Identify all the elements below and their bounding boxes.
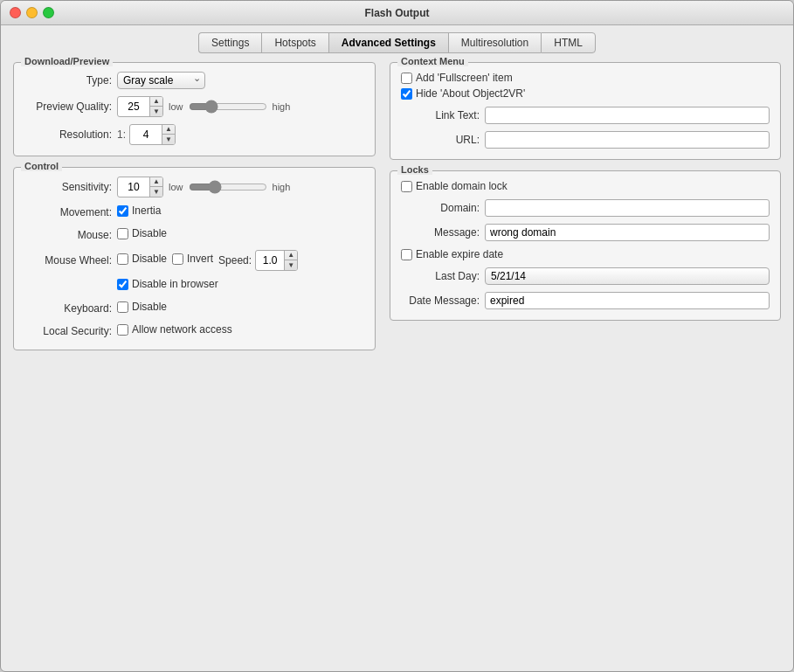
keyboard-disable-label: Disable xyxy=(132,301,167,313)
sensitivity-row: Sensitivity: ▲ ▼ low high xyxy=(24,177,364,197)
resolution-row: Resolution: 1: ▲ ▼ xyxy=(24,124,364,145)
url-input[interactable] xyxy=(485,131,770,149)
wheel-invert-label: Invert xyxy=(187,253,213,265)
control-group: Control Sensitivity: ▲ ▼ low high xyxy=(13,167,376,350)
close-button[interactable] xyxy=(10,7,21,18)
allow-network-label: Allow network access xyxy=(132,323,232,336)
message-input[interactable] xyxy=(485,224,770,241)
message-label: Message: xyxy=(401,226,480,239)
tab-settings[interactable]: Settings xyxy=(198,32,261,53)
mouse-row: Mouse: Disable xyxy=(24,227,364,243)
tab-advanced-settings[interactable]: Advanced Settings xyxy=(328,32,448,53)
inertia-row: Inertia xyxy=(117,204,161,217)
left-panel: Download/Preview Type: Gray scale Color … xyxy=(13,62,376,662)
quality-high-label: high xyxy=(273,101,291,112)
enable-domain-label: Enable domain lock xyxy=(416,180,507,192)
control-group-label: Control xyxy=(21,161,62,171)
maximize-button[interactable] xyxy=(43,7,54,18)
type-select-wrapper: Gray scale Color Black & White xyxy=(117,72,205,89)
type-row: Type: Gray scale Color Black & White xyxy=(24,72,364,89)
inertia-checkbox[interactable] xyxy=(117,205,128,217)
enable-expire-checkbox[interactable] xyxy=(401,249,412,260)
add-fullscreen-checkbox[interactable] xyxy=(401,73,412,84)
date-message-label: Date Message: xyxy=(401,294,480,307)
mouse-label: Mouse: xyxy=(24,229,112,241)
sensitivity-stepper: ▲ ▼ xyxy=(149,177,162,197)
add-fullscreen-row: Add 'Fullscreen' item xyxy=(401,72,770,84)
enable-domain-checkbox[interactable] xyxy=(401,181,412,192)
movement-label: Movement: xyxy=(24,206,112,218)
preview-quality-input[interactable]: 25 xyxy=(118,99,149,114)
link-text-input[interactable] xyxy=(485,107,770,124)
type-select[interactable]: Gray scale Color Black & White xyxy=(117,72,205,89)
hide-about-label: Hide 'About Object2VR' xyxy=(416,87,525,100)
keyboard-disable-checkbox[interactable] xyxy=(117,301,128,313)
hide-about-checkbox[interactable] xyxy=(401,88,412,100)
speed-group: Speed: ▲ ▼ xyxy=(218,250,298,271)
url-row: URL: xyxy=(401,131,770,149)
link-text-label: Link Text: xyxy=(401,109,480,121)
allow-network-row: Allow network access xyxy=(117,323,232,336)
local-security-label: Local Security: xyxy=(24,325,112,337)
mouse-wheel-row: Mouse Wheel: Disable Invert Speed: xyxy=(24,250,364,271)
quality-slider[interactable] xyxy=(189,100,267,114)
tab-hotspots[interactable]: Hotspots xyxy=(261,32,328,53)
disable-browser-row: Disable in browser xyxy=(117,278,364,294)
preview-quality-down[interactable]: ▼ xyxy=(150,107,162,116)
last-day-label: Last Day: xyxy=(401,270,480,282)
disable-browser-label: Disable in browser xyxy=(132,278,218,290)
minimize-button[interactable] xyxy=(26,7,38,18)
download-preview-group: Download/Preview Type: Gray scale Color … xyxy=(13,62,376,156)
domain-label: Domain: xyxy=(401,202,480,214)
sensitivity-input[interactable] xyxy=(118,179,149,195)
titlebar-buttons xyxy=(10,7,54,18)
keyboard-label: Keyboard: xyxy=(24,302,112,315)
disable-browser-checkbox[interactable] xyxy=(117,279,128,290)
res-prefix: 1: xyxy=(117,128,126,141)
url-label: URL: xyxy=(401,134,480,146)
sensitivity-slider[interactable] xyxy=(189,180,267,194)
resolution-label: Resolution: xyxy=(24,128,112,141)
sensitivity-high-label: high xyxy=(273,182,291,192)
resolution-stepper: ▲ ▼ xyxy=(162,125,175,144)
preview-quality-stepper: ▲ ▼ xyxy=(149,97,162,116)
date-message-input[interactable] xyxy=(485,292,770,309)
resolution-down[interactable]: ▼ xyxy=(162,135,175,144)
wheel-disable-row: Disable xyxy=(117,253,167,265)
wheel-disable-checkbox[interactable] xyxy=(117,253,128,265)
preview-quality-row: Preview Quality: 25 ▲ ▼ low high xyxy=(24,96,364,117)
resolution-input-group: ▲ ▼ xyxy=(129,124,176,145)
mouse-wheel-options: Disable Invert Speed: ▲ xyxy=(117,250,298,271)
mouse-disable-row: Disable xyxy=(117,227,167,239)
titlebar: Flash Output xyxy=(1,1,793,25)
tab-html[interactable]: HTML xyxy=(541,32,596,53)
mouse-disable-checkbox[interactable] xyxy=(117,228,128,239)
keyboard-disable-row: Disable xyxy=(117,301,167,313)
sensitivity-down[interactable]: ▼ xyxy=(150,187,162,197)
date-message-row: Date Message: xyxy=(401,292,770,309)
enable-expire-row: Enable expire date xyxy=(401,248,770,260)
speed-down[interactable]: ▼ xyxy=(285,260,297,270)
wheel-invert-checkbox[interactable] xyxy=(172,253,183,265)
sensitivity-label: Sensitivity: xyxy=(24,181,112,193)
domain-input[interactable] xyxy=(485,199,770,217)
quality-low-label: low xyxy=(169,101,183,112)
last-day-row: Last Day: 5/21/14 xyxy=(401,267,770,285)
sensitivity-up[interactable]: ▲ xyxy=(150,177,162,187)
preview-quality-up[interactable]: ▲ xyxy=(150,97,162,107)
last-day-select[interactable]: 5/21/14 xyxy=(485,267,770,285)
main-content: Download/Preview Type: Gray scale Color … xyxy=(1,53,793,671)
resolution-up[interactable]: ▲ xyxy=(162,125,175,135)
tab-multiresolution[interactable]: Multiresolution xyxy=(448,32,541,53)
enable-expire-label: Enable expire date xyxy=(416,248,503,260)
message-row: Message: xyxy=(401,224,770,241)
speed-input[interactable] xyxy=(256,253,284,268)
resolution-input[interactable] xyxy=(130,127,162,142)
sensitivity-low-label: low xyxy=(169,182,183,192)
speed-up[interactable]: ▲ xyxy=(285,251,297,260)
hide-about-row: Hide 'About Object2VR' xyxy=(401,87,770,100)
wheel-disable-label: Disable xyxy=(132,253,167,265)
allow-network-checkbox[interactable] xyxy=(117,324,128,336)
wheel-invert-row: Invert xyxy=(172,253,213,265)
keyboard-row: Keyboard: Disable xyxy=(24,301,364,316)
